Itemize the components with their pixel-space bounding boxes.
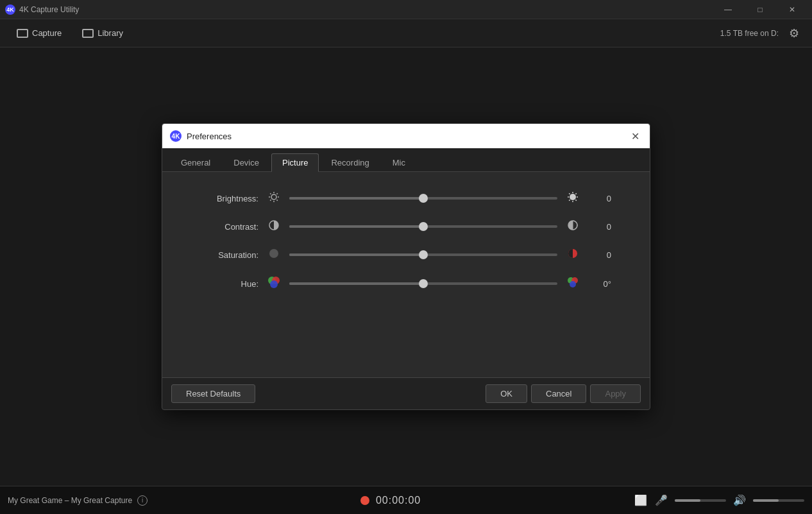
tab-general[interactable]: General [170, 153, 221, 171]
svg-point-24 [270, 280, 278, 288]
nav-tab-library-label: Library [97, 28, 123, 38]
hue-slider[interactable] [289, 277, 557, 290]
nav-tab-capture[interactable]: Capture [8, 24, 71, 42]
saturation-left-icon [266, 248, 282, 262]
saturation-label: Saturation: [201, 250, 258, 260]
dialog-close-button[interactable]: ✕ [628, 129, 642, 143]
saturation-value: 0 [588, 250, 611, 260]
svg-point-0 [271, 194, 276, 200]
reset-defaults-button[interactable]: Reset Defaults [171, 384, 255, 403]
hue-right-icon [565, 276, 580, 291]
dialog-logo: 4K [170, 130, 182, 142]
contrast-row: Contrast: [201, 219, 611, 234]
storage-info: 1.5 TB free on D: ⚙ [720, 23, 804, 44]
svg-point-9 [570, 194, 576, 200]
svg-line-6 [276, 200, 277, 200]
info-button[interactable]: i [137, 495, 148, 506]
contrast-slider[interactable] [289, 220, 557, 233]
saturation-row: Saturation: [201, 248, 611, 262]
bottombar: My Great Game – My Great Capture i 00:00… [0, 486, 812, 514]
brightness-label: Brightness: [201, 194, 258, 203]
bottombar-right: ⬜ 🎤 🔊 [634, 493, 804, 508]
ok-button[interactable]: OK [486, 384, 527, 403]
bottombar-left: My Great Game – My Great Capture i [8, 495, 148, 506]
dialog-tabs: General Device Picture Recording Mic [162, 148, 650, 172]
maximize-button[interactable]: □ [745, 0, 775, 19]
topnav: Capture Library 1.5 TB free on D: ⚙ [0, 19, 812, 47]
brightness-left-icon [266, 191, 282, 205]
brightness-right-icon [565, 191, 580, 205]
svg-line-16 [575, 193, 576, 194]
titlebar-left: 4K 4K Capture Utility [5, 4, 79, 15]
tab-recording[interactable]: Recording [320, 153, 380, 171]
dialog-title-left: 4K Preferences [170, 130, 232, 142]
footer-right-buttons: OK Cancel Apply [486, 384, 641, 403]
svg-line-15 [575, 200, 576, 200]
svg-point-20 [269, 249, 278, 258]
contrast-right-icon [565, 219, 580, 234]
volume-icon[interactable]: 🔊 [732, 493, 747, 508]
saturation-slider[interactable] [289, 248, 557, 261]
app-title: 4K Capture Utility [19, 5, 79, 14]
brightness-slider[interactable] [289, 192, 557, 205]
dialog-content: Brightness: [162, 172, 650, 377]
tab-picture[interactable]: Picture [271, 153, 319, 172]
nav-tab-capture-label: Capture [32, 28, 62, 38]
saturation-right-icon [565, 248, 580, 262]
dialog-overlay: 4K Preferences ✕ General Device Picture … [0, 47, 812, 486]
brightness-row: Brightness: [201, 191, 611, 205]
titlebar: 4K 4K Capture Utility — □ ✕ [0, 0, 812, 19]
minimize-button[interactable]: — [713, 0, 743, 19]
main-area: 4K Preferences ✕ General Device Picture … [0, 47, 812, 486]
brightness-value: 0 [588, 194, 611, 203]
storage-text: 1.5 TB free on D: [720, 29, 779, 38]
audio-slider-left[interactable] [675, 499, 726, 502]
nav-tab-library[interactable]: Library [73, 24, 132, 42]
project-name: My Great Game – My Great Capture [8, 496, 132, 505]
svg-point-27 [570, 281, 576, 287]
close-button[interactable]: ✕ [777, 0, 807, 19]
svg-line-7 [276, 193, 277, 194]
settings-button[interactable]: ⚙ [784, 23, 804, 44]
svg-line-8 [270, 200, 271, 200]
display-icon[interactable]: ⬜ [634, 493, 648, 508]
preferences-dialog: 4K Preferences ✕ General Device Picture … [162, 123, 650, 410]
tab-device[interactable]: Device [223, 153, 270, 171]
contrast-left-icon [266, 219, 282, 234]
svg-line-5 [270, 193, 271, 194]
dialog-footer: Reset Defaults OK Cancel Apply [162, 377, 650, 409]
microphone-icon[interactable]: 🎤 [654, 493, 668, 508]
dialog-titlebar: 4K Preferences ✕ [162, 124, 650, 148]
capture-icon [17, 29, 28, 38]
record-indicator [360, 496, 369, 505]
hue-row: Hue: [201, 276, 611, 291]
contrast-label: Contrast: [201, 222, 258, 232]
nav-tabs: Capture Library [8, 24, 132, 42]
titlebar-controls: — □ ✕ [713, 0, 807, 19]
audio-slider-right[interactable] [753, 499, 804, 502]
svg-line-14 [569, 193, 570, 194]
app-logo: 4K [5, 4, 15, 15]
apply-button[interactable]: Apply [590, 384, 641, 403]
library-icon [82, 29, 94, 38]
tab-mic[interactable]: Mic [382, 153, 416, 171]
contrast-value: 0 [588, 222, 611, 232]
hue-value: 0° [588, 279, 611, 289]
timecode: 00:00:00 [376, 495, 421, 506]
bottombar-center: 00:00:00 [360, 495, 421, 506]
dialog-title: Preferences [187, 132, 232, 141]
hue-left-icon [266, 276, 282, 291]
hue-label: Hue: [201, 279, 258, 289]
svg-line-17 [569, 200, 570, 200]
cancel-button[interactable]: Cancel [531, 384, 586, 403]
